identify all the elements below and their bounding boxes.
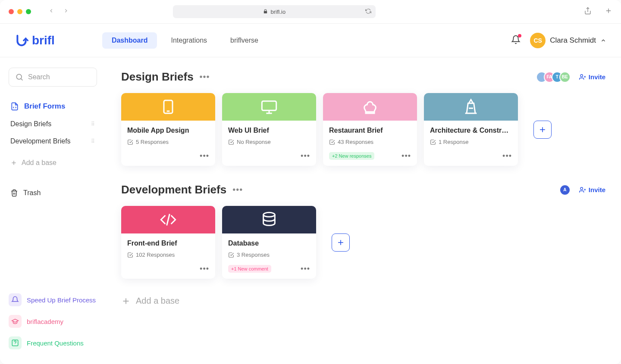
section-more-button[interactable]: ••• [232, 185, 243, 195]
invite-button[interactable]: Invite [579, 186, 605, 193]
card-responses: 1 Response [430, 139, 512, 145]
url-text: brifl.io [270, 9, 285, 15]
main-content: Design Briefs ••• FATBE Invite Mobile Ap… [106, 57, 621, 364]
sidebar: Search Brief Forms Design Briefs ⠿ Devel… [0, 57, 106, 364]
card-title: Database [228, 240, 310, 247]
share-icon[interactable] [584, 7, 592, 16]
footer-speed-up[interactable]: Speed Up Brief Process [9, 293, 97, 306]
graduation-icon [9, 315, 22, 328]
collaborator-avatars: FATBE [536, 72, 571, 83]
card-header [323, 93, 417, 121]
drag-handle-icon[interactable]: ⠿ [91, 121, 95, 127]
sidebar-item-design-briefs[interactable]: Design Briefs ⠿ [9, 117, 97, 131]
card-title: Front-end Brief [127, 240, 209, 247]
collaborator-avatars: A [559, 184, 571, 196]
monitor-icon [260, 98, 278, 115]
responses-icon [430, 139, 436, 145]
responses-icon [228, 252, 234, 258]
add-card-button[interactable] [332, 233, 350, 252]
svg-point-15 [263, 212, 275, 217]
plus-icon [336, 238, 345, 247]
collaborator-avatar[interactable]: BE [559, 72, 571, 83]
sidebar-item-development-briefs[interactable]: Development Briefs ⠿ [9, 134, 97, 149]
card-title: Mobile App Design [127, 127, 209, 134]
card-responses: 43 Responses [329, 139, 411, 145]
footer-faq[interactable]: Frequent Questions [9, 336, 97, 349]
card-more-button[interactable]: ••• [200, 264, 209, 274]
card-more-button[interactable]: ••• [301, 152, 310, 161]
card-row: Mobile App Design 5 Responses ••• W [121, 93, 605, 166]
logo-text: brifl [32, 34, 55, 47]
sidebar-brief-forms[interactable]: Brief Forms [9, 99, 97, 114]
plus-icon [121, 296, 131, 306]
minimize-window-button[interactable] [17, 9, 22, 14]
tablet-icon [160, 98, 177, 115]
responses-icon [329, 139, 335, 145]
search-input[interactable]: Search [9, 68, 97, 87]
card-more-button[interactable]: ••• [401, 152, 411, 161]
question-icon [9, 336, 22, 349]
section-more-button[interactable]: ••• [200, 72, 210, 82]
logo[interactable]: brifl [15, 34, 55, 47]
back-button[interactable] [48, 8, 54, 16]
card-responses: No Response [228, 139, 310, 145]
section: Development Briefs ••• A Invite Front-en… [121, 183, 605, 279]
section-title: Design Briefs [121, 70, 194, 84]
brief-card[interactable]: Front-end Brief 102 Responses ••• [121, 206, 215, 279]
code-icon [160, 211, 177, 228]
responses-icon [127, 252, 133, 258]
app-header: brifl Dashboard Integrations briflverse … [0, 24, 621, 57]
chef-icon [361, 98, 379, 115]
invite-icon [579, 74, 586, 81]
add-card-button[interactable] [533, 121, 552, 139]
lock-icon [263, 9, 268, 15]
sidebar-trash[interactable]: Trash [9, 186, 97, 200]
brief-card[interactable]: Database 3 Responses +1 New comment ••• [222, 206, 316, 279]
sidebar-add-base[interactable]: Add a base [9, 156, 97, 170]
card-more-button[interactable]: ••• [200, 152, 209, 161]
card-responses: 102 Responses [127, 252, 209, 258]
tab-integrations[interactable]: Integrations [161, 32, 216, 49]
trash-icon [10, 189, 18, 197]
section-header: Design Briefs ••• FATBE Invite [121, 70, 605, 84]
maximize-window-button[interactable] [26, 9, 31, 14]
url-bar[interactable]: brifl.io [173, 5, 376, 18]
responses-icon [127, 139, 133, 145]
card-title: Restaurant Brief [329, 127, 411, 134]
user-avatar: CS [530, 33, 546, 48]
card-title: Web UI Brief [228, 127, 310, 134]
browser-titlebar: brifl.io [0, 0, 621, 24]
tab-briflverse[interactable]: briflverse [221, 32, 268, 49]
card-responses: 3 Responses [228, 252, 310, 258]
tab-dashboard[interactable]: Dashboard [102, 32, 157, 49]
plus-icon [538, 125, 547, 134]
card-title: Architecture & Construc… [430, 127, 512, 134]
new-badge: +2 New responses [329, 152, 374, 160]
new-tab-icon[interactable] [605, 7, 612, 16]
reload-icon[interactable] [365, 8, 371, 16]
drag-handle-icon[interactable]: ⠿ [91, 138, 95, 144]
card-more-button[interactable]: ••• [301, 264, 310, 274]
brief-card[interactable]: Web UI Brief No Response ••• [222, 93, 316, 166]
brief-card[interactable]: Architecture & Construc… 1 Response ••• [424, 93, 518, 166]
invite-button[interactable]: Invite [579, 73, 605, 81]
user-menu[interactable]: CS Clara Schmidt [530, 33, 606, 48]
svg-line-3 [21, 79, 23, 81]
notifications-button[interactable] [511, 35, 521, 46]
brief-card[interactable]: Restaurant Brief 43 Responses +2 New res… [323, 93, 417, 166]
add-base-button[interactable]: Add a base [121, 296, 605, 306]
card-row: Front-end Brief 102 Responses ••• D [121, 206, 605, 279]
footer-academy[interactable]: briflacademy [9, 315, 97, 328]
brief-card[interactable]: Mobile App Design 5 Responses ••• [121, 93, 215, 166]
card-more-button[interactable]: ••• [502, 152, 512, 161]
svg-rect-9 [262, 101, 276, 111]
close-window-button[interactable] [9, 9, 14, 14]
collaborator-avatar[interactable]: A [559, 184, 571, 196]
section: Design Briefs ••• FATBE Invite Mobile Ap… [121, 70, 605, 166]
forward-button[interactable] [63, 8, 69, 16]
database-icon [260, 211, 278, 228]
search-placeholder: Search [28, 73, 50, 81]
notification-badge [518, 34, 521, 37]
plus-icon [10, 159, 17, 166]
new-badge: +1 New comment [228, 265, 271, 273]
